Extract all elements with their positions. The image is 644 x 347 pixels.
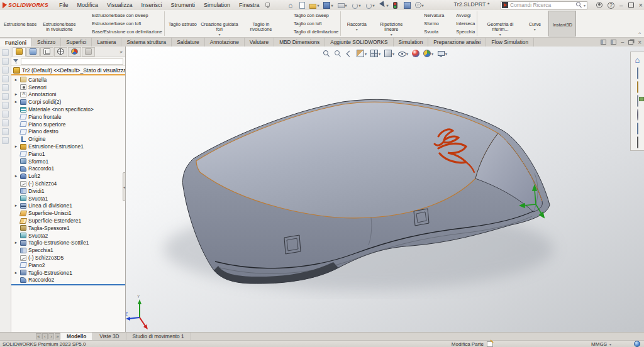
command-tab[interactable]: Lamiera: [92, 38, 121, 47]
units-selector[interactable]: MMGS ▾: [591, 341, 611, 347]
tree-item[interactable]: Superficie-Estendere1: [11, 217, 125, 224]
tree-item[interactable]: Piano destro: [11, 128, 125, 136]
tree-item[interactable]: Piano1: [11, 150, 125, 158]
tree-item[interactable]: Specchia1: [11, 246, 125, 254]
edit-part-icon[interactable]: [487, 341, 493, 347]
docked-tool-icon-4[interactable]: [2, 75, 9, 82]
docked-tool-icon-3[interactable]: [2, 67, 9, 74]
menu-item[interactable]: Visualizza: [103, 1, 136, 9]
design-library-icon[interactable]: [637, 68, 638, 79]
tree-item[interactable]: Linea di divisione1: [11, 202, 125, 210]
help-icon[interactable]: ?: [608, 2, 614, 9]
close-icon[interactable]: ×: [639, 1, 643, 9]
tree-item[interactable]: Taglia-Spessore1: [11, 224, 125, 232]
command-tab[interactable]: Schizzo: [32, 38, 61, 47]
open-file-button[interactable]: ▾: [308, 1, 320, 9]
ribbon-button[interactable]: Taglio di delimitazione: [286, 28, 338, 36]
cam-manager-tab[interactable]: [82, 47, 95, 57]
command-tab[interactable]: Funzioni: [0, 38, 32, 47]
ribbon-button[interactable]: Specchia: [448, 28, 475, 36]
tree-item[interactable]: Piano superiore: [11, 121, 125, 128]
command-tab[interactable]: Saldature: [172, 38, 205, 47]
tab-nav-arrow[interactable]: «: [36, 333, 42, 339]
tree-item[interactable]: Piano2: [11, 262, 125, 269]
edit-appearance-icon[interactable]: ▾: [411, 49, 420, 58]
rebuild-button[interactable]: ▾: [392, 1, 399, 9]
dimxpert-manager-tab[interactable]: [54, 47, 67, 57]
search-input[interactable]: Comandi Ricerca: [510, 2, 576, 8]
tab-nav-arrow[interactable]: ›: [48, 333, 54, 339]
tree-item[interactable]: Taglio-Estrusione1: [11, 269, 125, 277]
ribbon-button[interactable]: Taglio estruso▾: [167, 11, 199, 36]
tree-item[interactable]: Materiale <non specificato>: [11, 106, 125, 113]
tree-root-item[interactable]: Tr2 (Default) <<Default>_Stato di visual…: [11, 66, 125, 74]
menu-item[interactable]: File: [55, 1, 73, 9]
tree-item[interactable]: Loft2: [11, 172, 125, 180]
property-manager-tab[interactable]: [26, 47, 40, 57]
docked-tool-icon-9[interactable]: [2, 119, 9, 126]
apply-scene-icon[interactable]: ▾: [423, 49, 434, 58]
docked-tool-icon-8[interactable]: [2, 111, 9, 118]
tree-item[interactable]: Sformo1: [11, 158, 125, 165]
taskpane-home-icon[interactable]: [635, 54, 640, 65]
ribbon-button[interactable]: Sformo: [416, 20, 444, 28]
ribbon-button[interactable]: Svuota: [416, 28, 444, 36]
menu-item[interactable]: Modifica: [73, 1, 103, 9]
model-3d[interactable]: Y Y Z: [126, 47, 644, 332]
pin-icon[interactable]: [265, 3, 270, 8]
docked-tool-icon-5[interactable]: [2, 84, 9, 91]
ribbon-button[interactable]: Interseca: [448, 20, 475, 28]
tab-nav-arrow[interactable]: ‹: [42, 333, 48, 339]
model-tab[interactable]: Modello: [60, 333, 93, 341]
display-manager-tab[interactable]: [68, 47, 81, 57]
ribbon-button[interactable]: Estrusione/base con loft: [84, 20, 162, 28]
tree-filter-input[interactable]: [21, 58, 123, 65]
globe-icon[interactable]: [634, 341, 640, 347]
hide-show-items-icon[interactable]: ▾: [397, 49, 409, 58]
view-palette-icon[interactable]: [637, 96, 638, 107]
tree-item[interactable]: (-) Schizzo3D5: [11, 254, 125, 262]
command-tab[interactable]: Superfici: [61, 38, 92, 47]
doc-restore-icon[interactable]: [628, 40, 633, 45]
menu-item[interactable]: Simulation: [199, 1, 235, 9]
file-properties-button[interactable]: ▾: [402, 1, 412, 9]
rollback-bar[interactable]: [11, 284, 125, 285]
ribbon-button[interactable]: Taglio con sweep: [286, 12, 338, 19]
tree-item[interactable]: Raccordo2: [11, 277, 125, 284]
docked-tool-icon-1[interactable]: [2, 49, 9, 56]
zoom-to-fit-icon[interactable]: ▾: [322, 49, 331, 58]
command-tab[interactable]: Aggiunte SOLIDWORKS: [325, 38, 393, 47]
configuration-manager-tab[interactable]: [40, 47, 53, 57]
save-button[interactable]: ▾: [322, 1, 334, 9]
tree-item[interactable]: Svuota2: [11, 232, 125, 240]
search-icon[interactable]: [576, 2, 582, 8]
restore-icon[interactable]: [628, 3, 634, 8]
command-tab[interactable]: Sistema struttura: [121, 38, 172, 47]
print-button[interactable]: ▾: [336, 1, 348, 9]
ribbon-button[interactable]: Raccorda▾: [343, 11, 370, 36]
docked-tool-icon-6[interactable]: [2, 93, 9, 100]
ribbon-button[interactable]: Estrusione/base con sweep: [84, 12, 162, 19]
command-tab[interactable]: Preparazione analisi: [428, 38, 486, 47]
ribbon-collapse-icon[interactable]: ^: [638, 31, 641, 36]
section-view-icon[interactable]: ▾: [356, 49, 367, 58]
tree-item[interactable]: Cartella: [11, 76, 125, 84]
custom-properties-icon[interactable]: [637, 123, 638, 135]
docked-tool-icon-7[interactable]: [2, 102, 9, 109]
minimize-icon[interactable]: –: [619, 2, 623, 9]
search-box[interactable]: Comandi Ricerca ▾: [501, 1, 587, 9]
ribbon-button[interactable]: Avvolgi: [448, 12, 475, 19]
ribbon-button[interactable]: Estrusione base▾: [2, 11, 38, 36]
home-button[interactable]: ▾: [287, 1, 296, 9]
ribbon-button[interactable]: Taglio con loft: [286, 20, 338, 28]
tree-item[interactable]: Sensori: [11, 84, 125, 91]
featuremanager-tree-tab[interactable]: [13, 47, 26, 57]
solidworks-forum-icon[interactable]: [637, 137, 638, 148]
show-taskpane-icon[interactable]: [611, 40, 616, 45]
tree-item[interactable]: Annotazioni: [11, 91, 125, 99]
file-explorer-icon[interactable]: [637, 82, 638, 93]
ribbon-button[interactable]: Curve▾: [521, 11, 548, 36]
tab-nav-arrow[interactable]: »: [55, 333, 60, 339]
doc-minimize-icon[interactable]: –: [621, 39, 624, 45]
ribbon-button[interactable]: Ripetizione lineare▾: [370, 11, 412, 36]
